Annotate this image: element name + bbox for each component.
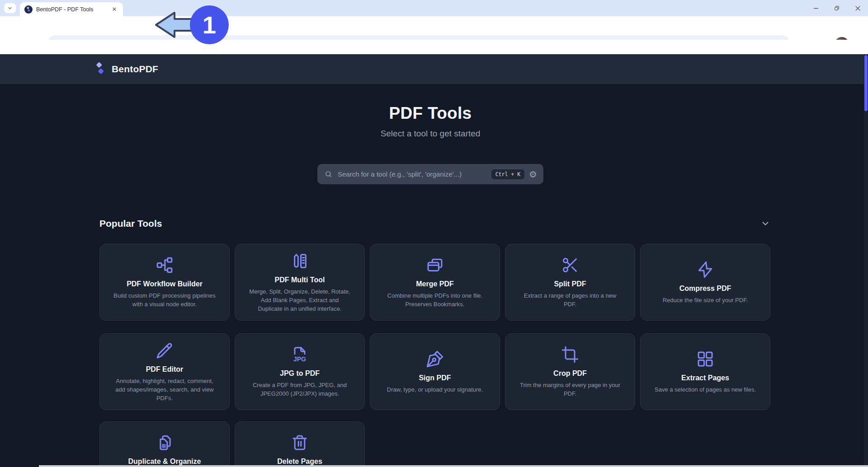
tool-description: Draw, type, or upload your signature. bbox=[387, 385, 483, 394]
step-number-badge: 1 bbox=[190, 5, 229, 44]
tool-title: Duplicate & Organize bbox=[128, 458, 201, 466]
tool-title: Split PDF bbox=[554, 280, 586, 288]
page-top-gap bbox=[0, 40, 868, 54]
trash-icon bbox=[291, 434, 309, 452]
tool-card-pdf-multi-tool[interactable]: PDF Multi ToolMerge, Split, Organize, De… bbox=[235, 244, 365, 321]
tab-search-button[interactable] bbox=[4, 3, 16, 13]
bentopdf-logo-icon bbox=[95, 62, 106, 76]
page-scrollbar-track[interactable] bbox=[864, 54, 868, 467]
page-subtitle: Select a tool to get started bbox=[0, 129, 861, 139]
close-icon bbox=[855, 5, 861, 11]
window-minimize-button[interactable] bbox=[806, 0, 826, 16]
tool-title: JPG to PDF bbox=[280, 369, 320, 378]
svg-text:JPG: JPG bbox=[293, 355, 306, 363]
minimize-icon bbox=[813, 5, 819, 11]
gear-icon[interactable]: ⚙ bbox=[529, 170, 537, 179]
tool-card-sign-pdf[interactable]: Sign PDFDraw, type, or upload your signa… bbox=[370, 333, 500, 410]
tool-title: PDF Workflow Builder bbox=[127, 280, 203, 288]
tool-card-compress-pdf[interactable]: Compress PDFReduce the file size of your… bbox=[640, 244, 770, 321]
popular-tools-section-header: Popular Tools bbox=[99, 218, 770, 229]
site-header: BentoPDF bbox=[0, 54, 868, 84]
keyboard-shortcut-badge: Ctrl + K bbox=[491, 169, 524, 179]
pencil-icon bbox=[156, 341, 174, 360]
multi-tool-icon bbox=[291, 252, 309, 270]
restore-icon bbox=[834, 5, 840, 11]
tool-title: Crop PDF bbox=[553, 369, 587, 378]
section-collapse-button[interactable] bbox=[760, 219, 770, 229]
browser-tabstrip: BentoPDF - PDF Tools ✕ bbox=[0, 0, 868, 16]
tool-card-merge-pdf[interactable]: Merge PDFCombine multiple PDFs into one … bbox=[370, 244, 500, 321]
hero: PDF Tools bbox=[0, 104, 861, 123]
page-scrollbar-thumb[interactable] bbox=[864, 55, 868, 111]
browser-tab-active[interactable]: BentoPDF - PDF Tools ✕ bbox=[20, 2, 123, 16]
tool-card-pdf-workflow-builder[interactable]: PDF Workflow BuilderBuild custom PDF pro… bbox=[99, 244, 230, 321]
tools-grid-row-3: Duplicate & OrganizeDelete Pages bbox=[99, 421, 770, 467]
pen-tool-icon bbox=[426, 350, 444, 368]
bentopdf-favicon bbox=[24, 5, 33, 14]
window-restore-button[interactable] bbox=[826, 0, 847, 16]
tool-card-pdf-editor[interactable]: PDF EditorAnnotate, highlight, redact, c… bbox=[99, 333, 230, 410]
tab-title: BentoPDF - PDF Tools bbox=[36, 6, 110, 13]
tab-close-icon[interactable]: ✕ bbox=[110, 5, 118, 14]
tool-title: PDF Editor bbox=[146, 365, 184, 374]
tool-title: PDF Multi Tool bbox=[275, 276, 325, 284]
tool-card-crop-pdf[interactable]: Crop PDFTrim the margins of every page i… bbox=[505, 333, 635, 410]
crop-icon bbox=[561, 346, 579, 364]
chevron-down-icon bbox=[760, 219, 770, 229]
search-input[interactable] bbox=[337, 170, 491, 178]
tool-search-bar[interactable]: Ctrl + K ⚙ bbox=[317, 164, 543, 184]
scissors-icon bbox=[561, 256, 579, 274]
tool-title: Sign PDF bbox=[419, 374, 451, 382]
tool-description: Reduce the file size of your PDF. bbox=[663, 296, 748, 304]
merge-icon bbox=[426, 256, 444, 274]
tool-card-duplicate-organize[interactable]: Duplicate & Organize bbox=[99, 421, 230, 467]
browser-toolbar: Not secure ☆ ⋮ bbox=[0, 16, 868, 40]
brand[interactable]: BentoPDF bbox=[95, 62, 158, 76]
tool-title: Delete Pages bbox=[277, 458, 322, 466]
tool-title: Extract Pages bbox=[681, 374, 729, 382]
brand-name: BentoPDF bbox=[112, 64, 158, 75]
tool-description: Combine multiple PDFs into one file. Pre… bbox=[383, 291, 487, 308]
tools-grid-row-1: PDF Workflow BuilderBuild custom PDF pro… bbox=[99, 244, 770, 321]
tool-title: Merge PDF bbox=[416, 280, 454, 288]
screen: { "colors": { "accent_indigo": "#818af7"… bbox=[0, 0, 868, 467]
window-close-button[interactable] bbox=[847, 0, 868, 16]
zap-icon bbox=[696, 261, 714, 279]
section-title: Popular Tools bbox=[99, 218, 162, 229]
tool-description: Merge, Split, Organize, Delete, Rotate, … bbox=[248, 287, 352, 313]
tool-description: Trim the margins of every page in your P… bbox=[518, 381, 622, 398]
tool-card-split-pdf[interactable]: Split PDFExtract a range of pages into a… bbox=[505, 244, 635, 321]
page-title: PDF Tools bbox=[389, 104, 472, 122]
chevron-down-icon bbox=[7, 5, 13, 11]
window-controls bbox=[806, 0, 868, 16]
grid-icon bbox=[696, 350, 714, 368]
tool-card-delete-pages[interactable]: Delete Pages bbox=[235, 421, 365, 467]
search-icon bbox=[325, 170, 332, 178]
tool-description: Save a selection of pages as new files. bbox=[655, 385, 756, 394]
tool-card-jpg-to-pdf[interactable]: JPGJPG to PDFCreate a PDF from JPG, JPEG… bbox=[235, 333, 365, 410]
tool-title: Compress PDF bbox=[679, 285, 731, 293]
tool-description: Build custom PDF processing pipelines wi… bbox=[113, 291, 217, 308]
tool-card-extract-pages[interactable]: Extract PagesSave a selection of pages a… bbox=[640, 333, 770, 410]
tool-description: Create a PDF from JPG, JPEG, and JPEG200… bbox=[248, 381, 352, 398]
jpg-file-icon: JPG bbox=[291, 346, 309, 364]
tools-grid-row-2: PDF EditorAnnotate, highlight, redact, c… bbox=[99, 333, 770, 410]
copy-pages-icon bbox=[156, 434, 174, 452]
tool-description: Annotate, highlight, redact, comment, ad… bbox=[113, 377, 217, 402]
bottom-window-edge bbox=[39, 465, 868, 467]
workflow-icon bbox=[156, 256, 174, 274]
tool-description: Extract a range of pages into a new PDF. bbox=[518, 291, 622, 308]
